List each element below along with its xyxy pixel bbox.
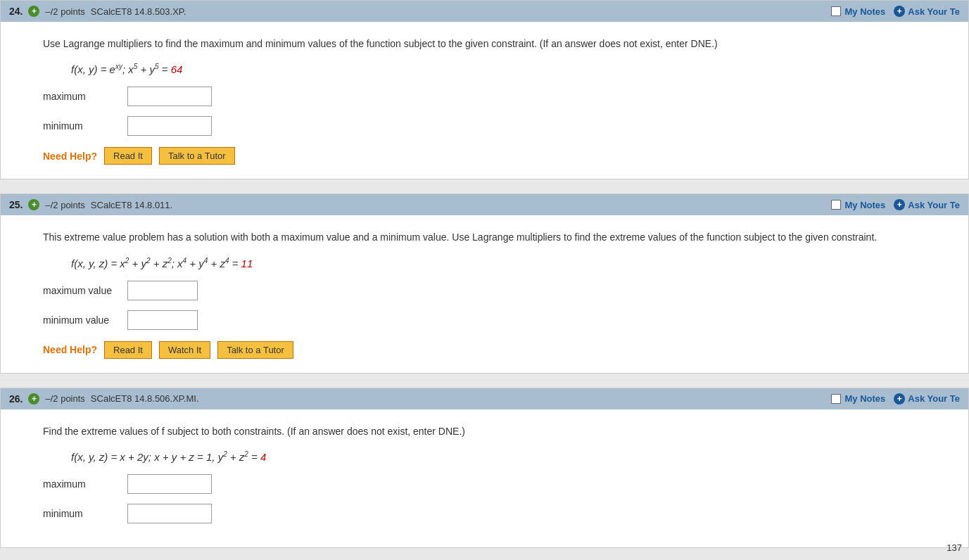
problem-25-read-it-btn[interactable]: Read It [104,341,152,359]
problem-26-min-label: minimum [43,508,127,519]
problem-26-formula: f(x, y, z) = x + 2y; x + y + z = 1, y2 +… [71,450,947,463]
problem-24-need-help-row: Need Help? Read It Talk to a Tutor [43,147,947,165]
problem-25-points: –/2 points [45,200,84,210]
ask-tutor-25-plus-icon: + [894,199,905,210]
problem-24-my-notes[interactable]: My Notes [831,6,886,17]
problem-25-max-row: maximum value [43,281,947,300]
problem-25-need-help-label: Need Help? [43,344,97,355]
notes-25-checkbox[interactable] [831,200,841,210]
problem-24-body: Use Lagrange multipliers to find the max… [1,22,968,179]
problem-24-id: SCalcET8 14.8.503.XP. [91,6,186,17]
ask-tutor-25-label: Ask Your Te [908,200,960,210]
problem-26-header: 26. + –/2 points SCalcET8 14.8.506.XP.MI… [1,388,968,409]
notes-25-label: My Notes [845,200,886,210]
problem-24: 24. + –/2 points SCalcET8 14.8.503.XP. M… [0,0,969,179]
problem-26-min-input[interactable] [127,504,212,523]
ask-tutor-26-plus-icon: + [894,393,905,405]
problem-25-formula: f(x, y, z) = x2 + y2 + z2; x4 + y4 + z4 … [71,257,947,269]
ask-tutor-26-label: Ask Your Te [908,393,960,404]
problem-26-header-right: My Notes + Ask Your Te [831,393,961,405]
problem-25-watch-it-btn[interactable]: Watch It [159,341,210,359]
ask-tutor-24-label: Ask Your Te [908,6,960,17]
problem-25-id: SCalcET8 14.8.011. [91,200,172,210]
problem-25-ask-tutor[interactable]: + Ask Your Te [894,199,960,210]
problem-26-number: 26. [9,393,23,405]
problem-24-header: 24. + –/2 points SCalcET8 14.8.503.XP. M… [1,1,968,22]
problem-26-min-row: minimum [43,504,947,523]
problem-26-body: Find the extreme values of f subject to … [1,409,968,547]
problem-25-body: This extreme value problem has a solutio… [1,215,968,372]
problem-25: 25. + –/2 points SCalcET8 14.8.011. My N… [0,193,969,373]
problem-25-header: 25. + –/2 points SCalcET8 14.8.011. My N… [1,194,968,215]
problem-24-points: –/2 points [45,6,84,17]
problem-25-max-label: maximum value [43,285,127,296]
problem-25-text: This extreme value problem has a solutio… [43,229,947,245]
problem-25-header-left: 25. + –/2 points SCalcET8 14.8.011. [9,199,172,210]
problem-26-max-row: maximum [43,474,947,494]
problem-26-header-left: 26. + –/2 points SCalcET8 14.8.506.XP.MI… [9,393,199,405]
problem-25-min-row: minimum value [43,310,947,330]
problem-24-talk-tutor-btn[interactable]: Talk to a Tutor [159,147,235,165]
problem-24-max-label: maximum [43,91,127,102]
problem-26-plus-icon[interactable]: + [28,393,39,405]
problem-25-my-notes[interactable]: My Notes [831,200,886,210]
problem-24-plus-icon[interactable]: + [28,6,39,17]
problem-26-text: Find the extreme values of f subject to … [43,424,947,439]
problem-24-read-it-btn[interactable]: Read It [104,147,152,165]
problem-26-ask-tutor[interactable]: + Ask Your Te [894,393,960,405]
problem-24-formula: f(x, y) = exy; x5 + y5 = 64 [71,63,947,75]
problem-25-plus-icon[interactable]: + [28,199,39,210]
problem-24-min-row: minimum [43,116,947,136]
problem-24-need-help-label: Need Help? [43,151,97,162]
problem-24-min-label: minimum [43,120,127,132]
problem-24-max-input[interactable] [127,87,212,106]
notes-24-label: My Notes [845,6,886,17]
problem-24-max-row: maximum [43,87,947,106]
problem-26-id: SCalcET8 14.8.506.XP.MI. [91,393,199,404]
notes-26-label: My Notes [845,393,886,404]
notes-24-checkbox[interactable] [831,6,841,16]
problem-26: 26. + –/2 points SCalcET8 14.8.506.XP.MI… [0,388,969,548]
problem-26-max-input[interactable] [127,474,212,494]
problem-26-points: –/2 points [45,393,84,404]
problem-24-min-input[interactable] [127,116,212,136]
problem-26-my-notes[interactable]: My Notes [831,393,886,404]
problem-25-header-right: My Notes + Ask Your Te [831,199,961,210]
problem-26-max-label: maximum [43,478,127,490]
problem-25-need-help-row: Need Help? Read It Watch It Talk to a Tu… [43,341,947,359]
ask-tutor-24-plus-icon: + [894,6,905,17]
problem-25-min-label: minimum value [43,314,127,326]
problem-24-ask-tutor[interactable]: + Ask Your Te [894,6,960,17]
problem-24-header-right: My Notes + Ask Your Te [831,6,961,17]
problem-25-max-input[interactable] [127,281,198,300]
problem-24-text: Use Lagrange multipliers to find the max… [43,36,947,51]
notes-26-checkbox[interactable] [831,394,841,404]
problem-25-number: 25. [9,199,23,210]
problem-24-header-left: 24. + –/2 points SCalcET8 14.8.503.XP. [9,6,186,17]
problem-25-talk-tutor-btn[interactable]: Talk to a Tutor [217,341,293,359]
page-number: 137 [946,542,962,553]
problem-25-min-input[interactable] [127,310,198,330]
problem-24-number: 24. [9,6,23,17]
